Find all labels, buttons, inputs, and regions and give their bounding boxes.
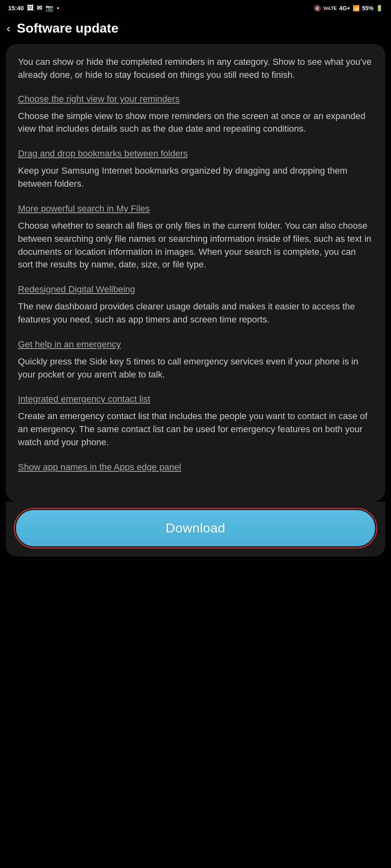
status-left: 15:40 🖼 ✉ 📷 • [8, 4, 59, 12]
feature-title-reminders-view: Choose the right view for your reminders [18, 93, 373, 106]
gallery-icon: 🖼 [27, 4, 33, 12]
email-icon: ✉ [37, 4, 42, 12]
header: ‹ Software update [0, 14, 391, 44]
status-right: 🔇 VoLTE 4G+ 📶 55% 🔋 [314, 5, 383, 11]
feature-section-emergency-contacts: Integrated emergency contact list Create… [18, 393, 373, 448]
feature-desc-reminders-view: Choose the simple view to show more remi… [18, 110, 373, 136]
feature-section-bookmarks: Drag and drop bookmarks between folders … [18, 148, 373, 190]
download-button[interactable]: Download [16, 510, 375, 546]
feature-desc-emergency-contacts: Create an emergency contact list that in… [18, 410, 373, 449]
status-bar: 15:40 🖼 ✉ 📷 • 🔇 VoLTE 4G+ 📶 55% 🔋 [0, 0, 391, 14]
download-button-wrapper: Download [14, 508, 377, 548]
feature-desc-digital-wellbeing: The new dashboard provides clearer usage… [18, 300, 373, 326]
feature-section-emergency-help: Get help in an emergency Quickly press t… [18, 338, 373, 381]
battery-percent: 55% [362, 5, 373, 11]
feature-title-digital-wellbeing: Redesigned Digital Wellbeing [18, 283, 373, 296]
intro-text: You can show or hide the completed remin… [18, 55, 373, 82]
feature-title-my-files-search: More powerful search in My Files [18, 203, 373, 215]
feature-desc-bookmarks: Keep your Samsung Internet bookmarks org… [18, 164, 373, 190]
mute-icon: 🔇 [314, 5, 321, 11]
instagram-icon: 📷 [45, 4, 53, 12]
feature-title-emergency-contacts: Integrated emergency contact list [18, 393, 373, 406]
signal-icon: 📶 [353, 5, 360, 11]
feature-section-digital-wellbeing: Redesigned Digital Wellbeing The new das… [18, 283, 373, 326]
feature-desc-my-files-search: Choose whether to search all files or on… [18, 219, 373, 272]
content-card: You can show or hide the completed remin… [6, 44, 385, 501]
dot-indicator: • [57, 4, 59, 11]
feature-section-my-files-search: More powerful search in My Files Choose … [18, 203, 373, 271]
feature-desc-emergency-help: Quickly press the Side key 5 times to ca… [18, 355, 373, 381]
feature-title-app-names: Show app names in the Apps edge panel [18, 461, 373, 477]
time: 15:40 [8, 4, 24, 11]
download-container: Download [6, 501, 385, 557]
network-icon: 4G+ [339, 5, 350, 11]
battery-icon: 🔋 [376, 5, 383, 11]
feature-section-app-names: Show app names in the Apps edge panel [18, 461, 373, 477]
feature-section-reminders-view: Choose the right view for your reminders… [18, 93, 373, 136]
feature-title-emergency-help: Get help in an emergency [18, 338, 373, 351]
volte-icon: VoLTE [323, 6, 337, 11]
feature-title-bookmarks: Drag and drop bookmarks between folders [18, 148, 373, 160]
page-title: Software update [17, 21, 118, 36]
back-button[interactable]: ‹ [7, 23, 10, 34]
